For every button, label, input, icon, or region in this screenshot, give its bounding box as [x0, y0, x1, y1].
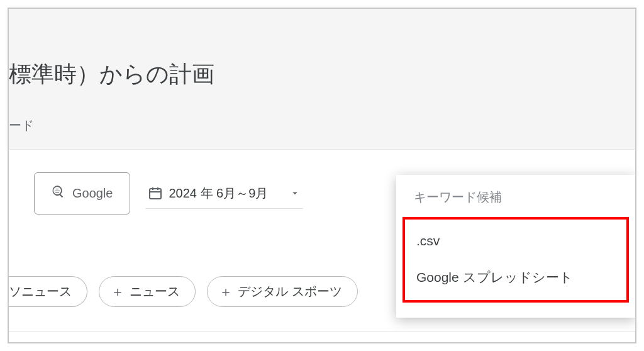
date-range-selector[interactable]: 2024 年 6月～9月 — [145, 179, 304, 209]
dropdown-item-google-sheets[interactable]: Google スプレッドシート — [405, 259, 626, 296]
search-network-icon — [51, 184, 66, 203]
svg-rect-0 — [150, 189, 161, 199]
dropdown-items-highlight: .csv Google スプレッドシート — [402, 217, 629, 303]
chip-partial-news[interactable]: ソニュース — [9, 276, 87, 307]
google-network-button[interactable]: Google — [34, 172, 130, 214]
dropdown-header: キーワード候補 — [396, 181, 635, 217]
plus-icon: ＋ — [219, 285, 233, 299]
plus-icon: ＋ — [111, 285, 125, 299]
keyword-chips-row: ソニュース ＋ ニュース ＋ デジタル スポーツ — [9, 276, 358, 307]
app-frame: 標準時）からの計画 ード Google 2024 年 6月～9月 — [8, 8, 636, 343]
download-dropdown: キーワード候補 .csv Google スプレッドシート — [396, 175, 635, 318]
bottom-divider — [9, 332, 635, 332]
chip-label: ニュース — [130, 283, 180, 300]
page-subtitle: ード — [9, 117, 34, 134]
chip-label: デジタル スポーツ — [238, 283, 342, 300]
chip-digital-sports[interactable]: ＋ デジタル スポーツ — [207, 276, 358, 307]
controls-row: Google 2024 年 6月～9月 — [34, 172, 303, 214]
google-button-label: Google — [72, 186, 113, 201]
calendar-icon — [148, 186, 163, 201]
header-area: 標準時）からの計画 ード — [9, 9, 635, 150]
chip-label: ソニュース — [9, 283, 72, 300]
page-title: 標準時）からの計画 — [9, 59, 214, 90]
chevron-down-icon — [289, 187, 301, 199]
dropdown-item-csv[interactable]: .csv — [405, 223, 626, 259]
date-range-label: 2024 年 6月～9月 — [169, 185, 269, 202]
content-area: Google 2024 年 6月～9月 ソニュース ＋ ニュース ＋ — [9, 150, 635, 343]
chip-news[interactable]: ＋ ニュース — [99, 276, 196, 307]
